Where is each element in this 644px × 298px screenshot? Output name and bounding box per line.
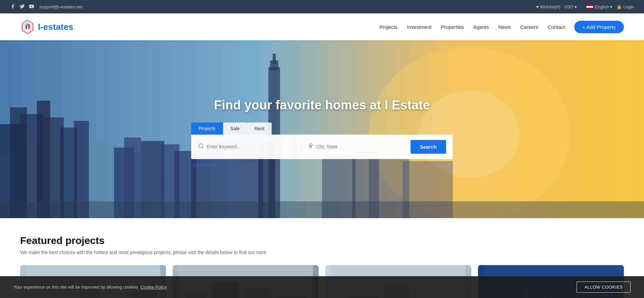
cookie-banner: Your experience on this site will be imp…: [0, 276, 644, 298]
svg-point-37: [310, 145, 311, 147]
keyword-input[interactable]: [207, 144, 297, 149]
topbar-social: [10, 4, 34, 10]
wishlist-link[interactable]: ♥ Wishlist(0): [536, 4, 560, 9]
logo-text: I-estates: [38, 22, 73, 32]
add-property-button[interactable]: + Add Property: [574, 21, 624, 33]
location-input[interactable]: [316, 144, 407, 149]
svg-rect-25: [273, 54, 276, 64]
tab-projects[interactable]: Projects: [191, 122, 223, 135]
topbar-email[interactable]: support@i-estates.net: [40, 4, 82, 9]
nav-agents[interactable]: Agents: [473, 24, 489, 30]
twitter-icon[interactable]: [19, 4, 25, 10]
login-label: Login: [623, 4, 634, 9]
facebook-icon[interactable]: [10, 4, 15, 10]
search-location-area: [305, 143, 407, 150]
search-button[interactable]: Search: [411, 140, 446, 154]
nav-investment[interactable]: Investment: [407, 24, 431, 30]
search-box: Search: [191, 135, 453, 159]
nav-properties[interactable]: Properties: [441, 24, 464, 30]
nav-careers[interactable]: Careers: [520, 24, 538, 30]
svg-point-35: [199, 144, 203, 148]
nav-projects[interactable]: Projects: [379, 24, 397, 30]
location-icon: [308, 143, 313, 150]
login-icon: 🔒: [616, 4, 622, 9]
currency-selector[interactable]: USD ▾: [564, 4, 577, 9]
search-tabs: Projects Sale Rent: [191, 122, 453, 135]
svg-rect-3: [25, 26, 27, 29]
hero-content: Find your favorite homes at I Estate Pro…: [0, 91, 644, 167]
hero-title: Find your favorite homes at I Estate: [0, 98, 644, 112]
cookie-policy-link[interactable]: Cookie Policy: [141, 285, 167, 290]
topbar: support@i-estates.net ♥ Wishlist(0) USD …: [0, 0, 644, 13]
allow-cookies-button[interactable]: ALLOW COOKIES: [577, 282, 631, 293]
nav-links: Projects Investment Properties Agents Ne…: [379, 21, 624, 33]
language-selector[interactable]: English ▾: [586, 4, 613, 9]
search-keyword-area: [198, 143, 301, 151]
language-chevron-icon: ▾: [610, 4, 612, 9]
svg-rect-34: [0, 201, 644, 218]
featured-title: Featured projects: [20, 235, 624, 246]
separator: /: [581, 4, 582, 9]
search-icon: [198, 143, 204, 151]
tab-sale[interactable]: Sale: [223, 122, 247, 135]
youtube-icon[interactable]: [29, 4, 34, 10]
advanced-search-link[interactable]: Advanced ▾: [191, 162, 453, 167]
nav-contact[interactable]: Contact: [548, 24, 565, 30]
nav-news[interactable]: News: [498, 24, 511, 30]
search-container: Projects Sale Rent Search: [191, 122, 453, 167]
hero-section: Find your favorite homes at I Estate Pro…: [0, 40, 644, 218]
currency-chevron-icon: ▾: [575, 4, 577, 9]
topbar-right: ♥ Wishlist(0) USD ▾ / English ▾ 🔒 Login: [536, 4, 634, 9]
topbar-left: support@i-estates.net: [10, 4, 82, 10]
advanced-label: Advanced: [193, 162, 212, 167]
tab-rent[interactable]: Rent: [247, 122, 272, 135]
svg-line-36: [202, 147, 203, 148]
language-label: English: [595, 4, 609, 9]
featured-subtitle: We make the best choices with the hottes…: [20, 250, 624, 255]
advanced-chevron-icon: ▾: [213, 162, 216, 167]
logo[interactable]: I-estates: [20, 19, 73, 35]
cookie-text: Your experience on this site will be imp…: [13, 285, 167, 290]
navbar: I-estates Projects Investment Properties…: [0, 13, 644, 40]
login-link[interactable]: 🔒 Login: [616, 4, 634, 9]
currency-label: USD: [564, 4, 573, 9]
flag-icon: [586, 5, 593, 9]
